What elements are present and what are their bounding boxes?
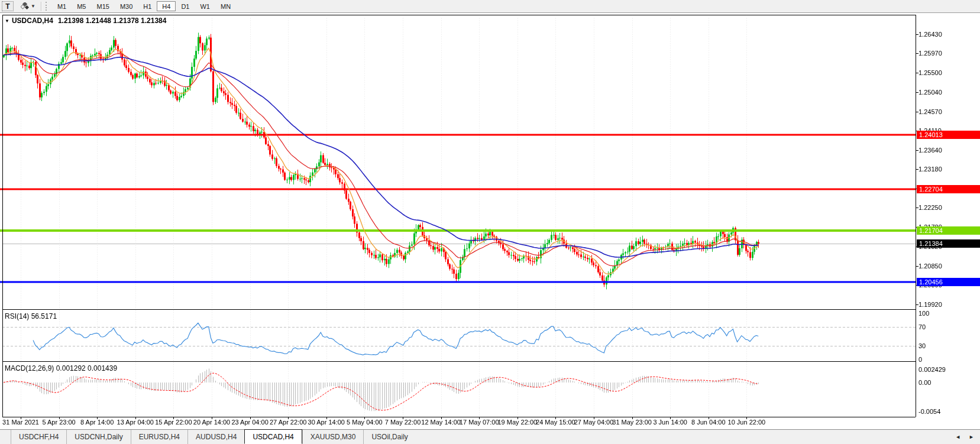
rsi-axis-tick: 0 [918, 356, 922, 363]
tab-scroll-controls: ◄ ► [955, 430, 974, 444]
date-label: 31 May 23:00 [612, 419, 652, 426]
tab-usdcad-h4[interactable]: USDCAD,H4 [244, 429, 302, 444]
timeframe-m30[interactable]: M30 [115, 1, 138, 11]
price-tick: 1.25500 [918, 69, 942, 76]
level-tag-resistance-2: 1.22704 [917, 185, 980, 193]
chart-dropdown-icon[interactable]: ▼ [5, 18, 9, 24]
price-tick: 1.25970 [918, 50, 942, 57]
date-label: 30 Apr 14:00 [308, 419, 345, 426]
pane-separator-rsi[interactable] [2, 308, 916, 310]
tab-audusd-h4[interactable]: AUDUSD,H4 [187, 430, 244, 444]
scroll-left-icon[interactable]: ◄ [955, 434, 960, 440]
macd-label: MACD(12,26,9) 0.001292 0.001439 [5, 364, 117, 372]
price-tick: 1.23180 [918, 166, 942, 173]
level-tag-support-green: 1.21704 [917, 226, 980, 235]
price-tick: 1.22250 [918, 204, 942, 211]
date-label: 12 May 14:00 [421, 419, 461, 426]
date-label: 31 Mar 2021 [2, 419, 39, 426]
chart-tab-bar: USDCHF,H4 USDCNH,Daily EURUSD,H4 AUDUSD,… [0, 429, 980, 444]
macd-axis-tick: 0.002429 [918, 366, 946, 373]
tab-usoil-daily[interactable]: USOil,Daily [363, 430, 415, 444]
timeframe-m5[interactable]: M5 [72, 1, 91, 11]
chart-title: ▼USDCAD,H41.21398 1.21448 1.21378 1.2138… [5, 17, 166, 25]
timeframe-d1[interactable]: D1 [176, 1, 195, 11]
date-label: 20 Apr 14:00 [193, 419, 230, 426]
timeframe-h1[interactable]: H1 [138, 1, 157, 11]
timeframe-w1[interactable]: W1 [195, 1, 215, 11]
date-label: 8 Jun 04:00 [691, 419, 726, 426]
price-tick: 1.19920 [918, 301, 942, 308]
timeframe-h4[interactable]: H4 [157, 1, 176, 11]
level-tag-resistance-1: 1.24013 [917, 131, 980, 139]
timeframe-m15[interactable]: M15 [91, 1, 114, 11]
timeframe-mn[interactable]: MN [215, 1, 236, 11]
chart-ohlc-values: 1.21398 1.21448 1.21378 1.21384 [58, 17, 167, 25]
price-tick: 1.24570 [918, 108, 942, 115]
date-label: 19 May 22:00 [497, 419, 537, 426]
tab-eurusd-h4[interactable]: EURUSD,H4 [131, 430, 187, 444]
tab-usdchf-h4[interactable]: USDCHF,H4 [11, 430, 66, 444]
price-tick: 1.23640 [918, 147, 942, 154]
price-tick: 1.25040 [918, 89, 942, 96]
macd-axis-tick: -0.0054 [918, 408, 940, 415]
shapes-icon [21, 2, 30, 10]
date-label: 17 May 07:00 [460, 419, 499, 426]
chart-symbol-label: USDCAD,H4 [12, 17, 53, 25]
date-label: 27 Apr 22:00 [270, 419, 306, 426]
date-label: 7 May 22:00 [385, 419, 421, 426]
price-tick: 1.26430 [918, 31, 942, 38]
macd-axis-tick: 0.00 [918, 379, 931, 386]
date-label: 8 Apr 14:00 [80, 419, 114, 426]
toolbar-grip[interactable] [46, 2, 49, 11]
level-tag-support-blue: 1.20456 [917, 278, 980, 286]
rsi-label: RSI(14) 56.5171 [5, 312, 57, 320]
objects-tool-button[interactable]: ▼ [18, 1, 38, 11]
text-tool-button[interactable]: T [2, 1, 14, 11]
date-label: 10 Jun 22:00 [728, 419, 766, 426]
date-label: 5 May 04:00 [347, 419, 383, 426]
timeframe-m1[interactable]: M1 [52, 1, 72, 11]
current-price-tag: 1.21384 [917, 239, 980, 248]
date-label: 27 May 04:00 [574, 419, 614, 426]
date-label: 5 Apr 23:00 [42, 419, 75, 426]
date-label: 3 Jun 14:00 [653, 419, 687, 426]
toolbar: T ▼ M1 M5 M15 M30 H1 H4 D1 W1 MN [0, 0, 980, 13]
rsi-axis-tick: 100 [918, 310, 929, 317]
price-tick: 1.20850 [918, 262, 942, 270]
chevron-down-icon: ▼ [31, 4, 35, 9]
mt4-window: T ▼ M1 M5 M15 M30 H1 H4 D1 W1 MN ▼USDCAD… [0, 0, 980, 444]
date-label: 24 May 15:00 [536, 419, 575, 426]
date-label: 15 Apr 22:00 [155, 419, 192, 426]
rsi-axis-tick: 70 [918, 323, 926, 330]
scroll-right-icon[interactable]: ► [969, 434, 974, 440]
toolbar-separator [41, 2, 41, 11]
date-label: 23 Apr 04:00 [231, 419, 268, 426]
rsi-axis-tick: 30 [918, 342, 926, 349]
pane-separator-macd[interactable] [2, 360, 916, 362]
tab-usdcnh-daily[interactable]: USDCNH,Daily [66, 430, 130, 444]
tab-xauusd-m30[interactable]: XAUUSD,M30 [302, 430, 364, 444]
chart-canvas[interactable] [0, 0, 980, 444]
date-label: 13 Apr 04:00 [117, 419, 154, 426]
